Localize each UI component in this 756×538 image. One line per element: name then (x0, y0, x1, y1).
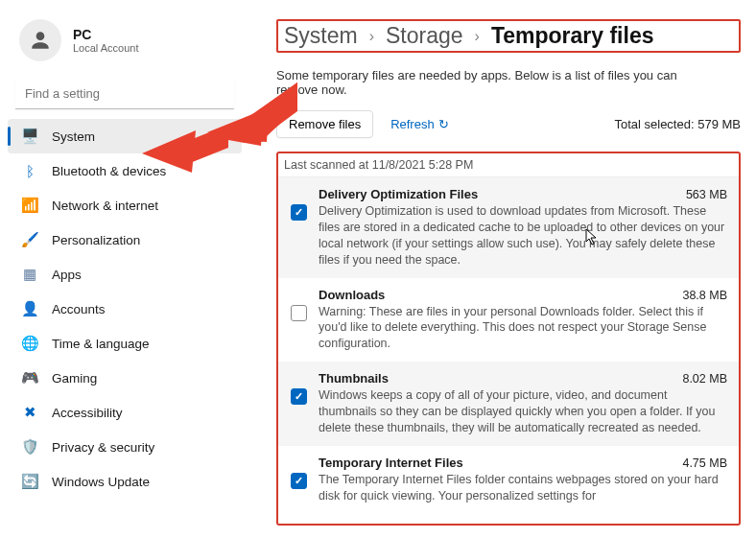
file-size: 4.75 MB (682, 456, 727, 470)
file-size: 38.8 MB (682, 289, 727, 302)
avatar (19, 19, 61, 61)
refresh-icon: ↻ (438, 117, 449, 131)
file-row: ✓Thumbnails8.02 MBWindows keeps a copy o… (278, 362, 739, 446)
file-checkbox[interactable]: ✓ (291, 204, 307, 221)
file-row: Downloads38.8 MBWarning: These are files… (278, 278, 739, 363)
file-size: 563 MB (686, 188, 727, 201)
sidebar-item-time-language[interactable]: 🌐Time & language (8, 326, 242, 361)
nav-icon: ✖ (21, 404, 38, 421)
nav-icon: 🖥️ (21, 128, 38, 145)
sidebar-item-label: Apps (52, 268, 82, 282)
chevron-right-icon: › (369, 28, 374, 45)
file-title: Downloads (319, 288, 385, 302)
profile-name: PC (73, 27, 139, 42)
file-desc: Delivery Optimization is used to downloa… (319, 203, 727, 269)
nav-icon: 👤 (21, 300, 38, 317)
file-list: Last scanned at 11/8/2021 5:28 PM ✓Deliv… (276, 152, 741, 526)
file-row: ✓Temporary Internet Files4.75 MBThe Temp… (278, 446, 739, 514)
sidebar-item-apps[interactable]: ▦Apps (8, 257, 242, 292)
file-size: 8.02 MB (682, 372, 727, 386)
file-title: Temporary Internet Files (319, 456, 463, 470)
nav-icon: 🖌️ (21, 231, 38, 248)
total-selected: Total selected: 579 MB (614, 117, 741, 131)
sidebar-item-network-internet[interactable]: 📶Network & internet (8, 188, 242, 222)
nav-icon: 🎮 (21, 369, 38, 386)
sidebar-item-system[interactable]: 🖥️System (8, 119, 242, 153)
sidebar-item-label: Personalization (52, 233, 140, 247)
last-scanned: Last scanned at 11/8/2021 5:28 PM (278, 153, 739, 177)
nav-icon: ▦ (21, 266, 38, 283)
file-desc: Warning: These are files in your persona… (319, 304, 727, 353)
file-checkbox[interactable]: ✓ (291, 388, 307, 405)
sidebar-item-gaming[interactable]: 🎮Gaming (8, 361, 242, 395)
nav-list: 🖥️SystemᛒBluetooth & devices📶Network & i… (8, 119, 242, 499)
nav-icon: ᛒ (21, 162, 38, 179)
sidebar-item-accounts[interactable]: 👤Accounts (8, 292, 242, 326)
sidebar-item-label: Windows Update (52, 475, 150, 489)
file-desc: The Temporary Internet Files folder cont… (319, 472, 727, 504)
sidebar-item-windows-update[interactable]: 🔄Windows Update (8, 464, 242, 499)
file-title: Thumbnails (319, 371, 389, 386)
file-desc: Windows keeps a copy of all of your pict… (319, 387, 727, 436)
file-checkbox[interactable] (291, 305, 307, 321)
sidebar-item-label: Bluetooth & devices (52, 164, 166, 178)
file-checkbox[interactable]: ✓ (291, 473, 307, 489)
sidebar-item-personalization[interactable]: 🖌️Personalization (8, 222, 242, 257)
file-row: ✓Delivery Optimization Files563 MBDelive… (278, 177, 739, 278)
sidebar-item-label: Accounts (52, 302, 106, 316)
sidebar: PC Local Account 🖥️SystemᛒBluetooth & de… (0, 0, 249, 538)
sidebar-item-accessibility[interactable]: ✖Accessibility (8, 395, 242, 430)
file-title: Delivery Optimization Files (319, 187, 478, 201)
sidebar-item-label: Gaming (52, 371, 97, 386)
actions-bar: Remove files Refresh ↻ Total selected: 5… (276, 110, 741, 138)
refresh-button[interactable]: Refresh ↻ (390, 117, 449, 131)
breadcrumb-storage[interactable]: Storage (386, 23, 463, 49)
page-description: Some temporary files are needed by apps.… (276, 68, 679, 97)
sidebar-item-label: Accessibility (52, 406, 123, 420)
nav-icon: 🛡️ (21, 438, 38, 456)
person-icon (28, 28, 53, 53)
profile-block[interactable]: PC Local Account (8, 12, 242, 75)
nav-icon: 📶 (21, 197, 38, 214)
chevron-right-icon: › (475, 28, 480, 45)
sidebar-item-label: System (52, 129, 95, 144)
breadcrumb-system[interactable]: System (284, 23, 358, 49)
sidebar-item-bluetooth-devices[interactable]: ᛒBluetooth & devices (8, 153, 242, 188)
refresh-label: Refresh (390, 117, 435, 131)
breadcrumb: System › Storage › Temporary files (276, 19, 741, 53)
nav-icon: 🌐 (21, 335, 38, 352)
main-panel: System › Storage › Temporary files Some … (249, 0, 756, 538)
sidebar-item-label: Network & internet (52, 199, 158, 213)
nav-icon: 🔄 (21, 473, 38, 490)
remove-files-button[interactable]: Remove files (276, 110, 373, 138)
sidebar-item-label: Time & language (52, 337, 150, 351)
breadcrumb-current: Temporary files (491, 23, 654, 49)
search-input[interactable] (15, 79, 234, 109)
sidebar-item-privacy-security[interactable]: 🛡️Privacy & security (8, 430, 242, 464)
profile-sub: Local Account (73, 42, 139, 54)
sidebar-item-label: Privacy & security (52, 440, 154, 455)
